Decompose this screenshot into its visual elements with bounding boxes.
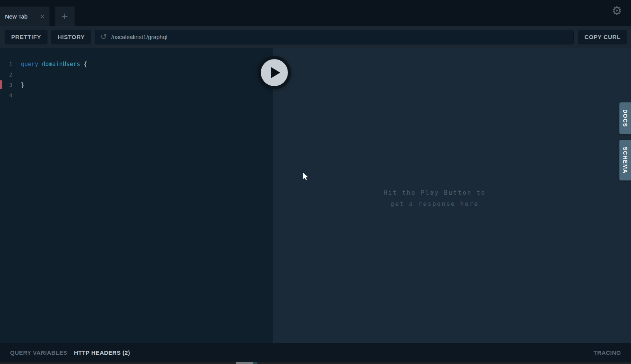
scrollbar-thumb[interactable] (236, 362, 253, 364)
query-variables-tab[interactable]: QUERY VARIABLES (10, 349, 67, 356)
graphql-playground-window: New Tab × + ⚙ PRETTIFY HISTORY ↺ /nscale… (0, 0, 631, 364)
endpoint-url-bar[interactable]: ↺ /nscalealinst1/graphql (95, 30, 573, 44)
response-pane: Hit the Play Button to get a response he… (273, 48, 631, 343)
plus-icon: + (61, 11, 68, 22)
copy-curl-button[interactable]: COPY CURL (578, 30, 627, 44)
code-text: } (21, 82, 24, 88)
endpoint-url-value: /nscalealinst1/graphql (111, 34, 167, 40)
tab-bar: New Tab × + ⚙ (0, 0, 631, 26)
tracing-tab[interactable]: TRACING (594, 349, 621, 356)
schema-tab-label: SCHEMA (622, 147, 628, 174)
prettify-button[interactable]: PRETTIFY (5, 30, 48, 44)
docs-tab[interactable]: DOCS (619, 102, 631, 134)
tab-new-tab[interactable]: New Tab × (0, 7, 49, 26)
line-number: 1 (0, 61, 12, 67)
scrollbar-corner (253, 362, 257, 364)
execute-play-button[interactable] (258, 56, 291, 89)
bottom-bar: QUERY VARIABLES HTTP HEADERS (2) TRACING (0, 343, 631, 362)
history-button[interactable]: HISTORY (51, 30, 91, 44)
toolbar: PRETTIFY HISTORY ↺ /nscalealinst1/graphq… (0, 26, 631, 48)
line-number: 4 (0, 92, 12, 99)
close-icon[interactable]: × (40, 13, 44, 20)
docs-tab-label: DOCS (622, 109, 628, 127)
code-line[interactable]: 2 (0, 69, 273, 80)
settings-gear-icon[interactable]: ⚙ (612, 5, 622, 17)
code-line[interactable]: 3 } (0, 80, 273, 90)
placeholder-line: Hit the Play Button to (354, 187, 516, 199)
tab-label: New Tab (5, 13, 27, 20)
code-line[interactable]: 4 (0, 90, 273, 100)
mouse-cursor-icon (303, 172, 311, 182)
http-headers-tab[interactable]: HTTP HEADERS (2) (74, 349, 130, 356)
query-editor[interactable]: 1 query domainUsers { 2 3 } 4 (0, 48, 273, 343)
error-line-marker (0, 80, 2, 89)
play-icon (271, 67, 280, 78)
code-text: query domainUsers { (21, 61, 87, 68)
schema-tab[interactable]: SCHEMA (619, 140, 631, 180)
response-placeholder: Hit the Play Button to get a response he… (354, 187, 516, 210)
new-tab-button[interactable]: + (55, 7, 75, 26)
placeholder-line: get a response here (354, 199, 516, 210)
line-number: 2 (0, 71, 12, 78)
reload-icon[interactable]: ↺ (100, 32, 107, 41)
code-line[interactable]: 1 query domainUsers { (0, 59, 273, 69)
main-area: 1 query domainUsers { 2 3 } 4 Hit the Pl… (0, 48, 631, 343)
horizontal-scrollbar[interactable] (0, 362, 631, 364)
